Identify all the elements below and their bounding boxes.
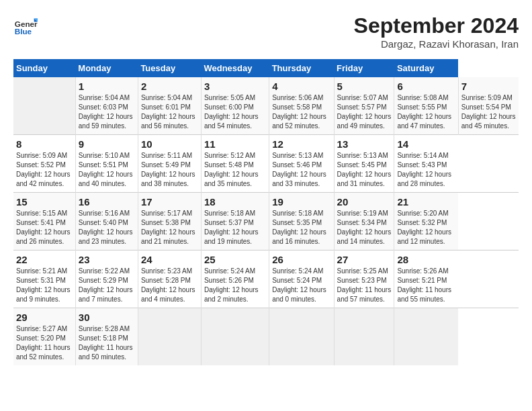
day-detail: Sunrise: 5:10 AM Sunset: 5:51 PM Dayligh…: [79, 151, 135, 189]
day-detail: Sunrise: 5:09 AM Sunset: 5:52 PM Dayligh…: [16, 151, 73, 189]
calendar-cell: 25Sunrise: 5:24 AM Sunset: 5:26 PM Dayli…: [201, 250, 269, 308]
calendar-week-4: 22Sunrise: 5:21 AM Sunset: 5:31 PM Dayli…: [13, 250, 519, 308]
calendar-cell: 1Sunrise: 5:04 AM Sunset: 6:03 PM Daylig…: [75, 77, 138, 135]
calendar-cell: 17Sunrise: 5:17 AM Sunset: 5:38 PM Dayli…: [138, 193, 201, 250]
calendar-cell: 14Sunrise: 5:14 AM Sunset: 5:43 PM Dayli…: [394, 135, 458, 193]
day-number: 21: [397, 196, 455, 208]
calendar-week-1: 1Sunrise: 5:04 AM Sunset: 6:03 PM Daylig…: [13, 77, 519, 135]
day-number: 14: [397, 138, 455, 150]
column-header-monday: Monday: [75, 59, 138, 77]
calendar-cell: [269, 308, 334, 366]
subtitle: Dargaz, Razavi Khorasan, Iran: [354, 38, 519, 50]
calendar-cell: 15Sunrise: 5:15 AM Sunset: 5:41 PM Dayli…: [13, 193, 75, 250]
calendar-cell: 5Sunrise: 5:07 AM Sunset: 5:57 PM Daylig…: [334, 77, 394, 135]
logo: General Blue: [13, 13, 38, 38]
day-detail: Sunrise: 5:09 AM Sunset: 5:54 PM Dayligh…: [461, 93, 516, 131]
day-detail: Sunrise: 5:25 AM Sunset: 5:23 PM Dayligh…: [337, 267, 392, 304]
calendar-week-2: 8Sunrise: 5:09 AM Sunset: 5:52 PM Daylig…: [13, 135, 519, 193]
day-detail: Sunrise: 5:14 AM Sunset: 5:43 PM Dayligh…: [397, 151, 455, 189]
day-detail: Sunrise: 5:24 AM Sunset: 5:24 PM Dayligh…: [272, 267, 330, 304]
calendar-header: SundayMondayTuesdayWednesdayThursdayFrid…: [13, 59, 519, 77]
day-number: 9: [79, 138, 135, 150]
day-number: 5: [337, 81, 392, 92]
day-detail: Sunrise: 5:08 AM Sunset: 5:55 PM Dayligh…: [397, 93, 455, 131]
calendar-cell: 4Sunrise: 5:06 AM Sunset: 5:58 PM Daylig…: [269, 77, 334, 135]
calendar-cell: 12Sunrise: 5:13 AM Sunset: 5:46 PM Dayli…: [269, 135, 334, 193]
day-detail: Sunrise: 5:18 AM Sunset: 5:35 PM Dayligh…: [272, 209, 330, 246]
day-number: 23: [79, 254, 135, 265]
column-header-tuesday: Tuesday: [138, 59, 201, 77]
day-number: 30: [79, 312, 135, 323]
day-number: 26: [272, 254, 330, 265]
day-detail: Sunrise: 5:11 AM Sunset: 5:49 PM Dayligh…: [141, 151, 198, 189]
day-detail: Sunrise: 5:28 AM Sunset: 5:18 PM Dayligh…: [79, 324, 135, 362]
day-number: 3: [204, 81, 266, 92]
calendar-week-5: 29Sunrise: 5:27 AM Sunset: 5:20 PM Dayli…: [13, 308, 519, 366]
month-title: September 2024: [354, 13, 519, 38]
day-number: 12: [272, 138, 330, 150]
calendar-cell: 10Sunrise: 5:11 AM Sunset: 5:49 PM Dayli…: [138, 135, 201, 193]
column-header-thursday: Thursday: [269, 59, 334, 77]
calendar-cell: 18Sunrise: 5:18 AM Sunset: 5:37 PM Dayli…: [201, 193, 269, 250]
calendar-cell: [138, 308, 201, 366]
svg-text:Blue: Blue: [15, 27, 32, 36]
column-header-sunday: Sunday: [13, 59, 75, 77]
day-number: 8: [16, 138, 73, 150]
day-detail: Sunrise: 5:24 AM Sunset: 5:26 PM Dayligh…: [204, 267, 266, 304]
calendar-cell: 26Sunrise: 5:24 AM Sunset: 5:24 PM Dayli…: [269, 250, 334, 308]
day-detail: Sunrise: 5:15 AM Sunset: 5:41 PM Dayligh…: [16, 209, 73, 246]
calendar-cell: [201, 308, 269, 366]
calendar-cell: 20Sunrise: 5:19 AM Sunset: 5:34 PM Dayli…: [334, 193, 394, 250]
day-number: 4: [272, 81, 330, 92]
day-number: 19: [272, 196, 330, 208]
calendar-cell: 16Sunrise: 5:16 AM Sunset: 5:40 PM Dayli…: [75, 193, 138, 250]
calendar-cell: 30Sunrise: 5:28 AM Sunset: 5:18 PM Dayli…: [75, 308, 138, 366]
day-number: 7: [461, 81, 516, 92]
day-detail: Sunrise: 5:22 AM Sunset: 5:29 PM Dayligh…: [79, 267, 135, 304]
day-detail: Sunrise: 5:17 AM Sunset: 5:38 PM Dayligh…: [141, 209, 198, 246]
day-detail: Sunrise: 5:23 AM Sunset: 5:28 PM Dayligh…: [141, 267, 198, 304]
calendar-cell: 8Sunrise: 5:09 AM Sunset: 5:52 PM Daylig…: [13, 135, 75, 193]
day-number: 28: [397, 254, 455, 265]
day-detail: Sunrise: 5:20 AM Sunset: 5:32 PM Dayligh…: [397, 209, 455, 246]
calendar-cell: 24Sunrise: 5:23 AM Sunset: 5:28 PM Dayli…: [138, 250, 201, 308]
day-detail: Sunrise: 5:16 AM Sunset: 5:40 PM Dayligh…: [79, 209, 135, 246]
day-number: 24: [141, 254, 198, 265]
calendar-week-3: 15Sunrise: 5:15 AM Sunset: 5:41 PM Dayli…: [13, 193, 519, 250]
day-number: 18: [204, 196, 266, 208]
calendar-cell: 27Sunrise: 5:25 AM Sunset: 5:23 PM Dayli…: [334, 250, 394, 308]
day-number: 2: [141, 81, 198, 92]
day-detail: Sunrise: 5:27 AM Sunset: 5:20 PM Dayligh…: [16, 324, 73, 362]
calendar-cell: 22Sunrise: 5:21 AM Sunset: 5:31 PM Dayli…: [13, 250, 75, 308]
column-header-saturday: Saturday: [394, 59, 458, 77]
day-detail: Sunrise: 5:06 AM Sunset: 5:58 PM Dayligh…: [272, 93, 330, 131]
calendar-table: SundayMondayTuesdayWednesdayThursdayFrid…: [13, 59, 519, 365]
day-detail: Sunrise: 5:12 AM Sunset: 5:48 PM Dayligh…: [204, 151, 266, 189]
day-detail: Sunrise: 5:04 AM Sunset: 6:03 PM Dayligh…: [79, 93, 135, 131]
day-number: 17: [141, 196, 198, 208]
calendar-cell: 3Sunrise: 5:05 AM Sunset: 6:00 PM Daylig…: [201, 77, 269, 135]
day-number: 25: [204, 254, 266, 265]
calendar-cell: 23Sunrise: 5:22 AM Sunset: 5:29 PM Dayli…: [75, 250, 138, 308]
calendar-cell: 13Sunrise: 5:13 AM Sunset: 5:45 PM Dayli…: [334, 135, 394, 193]
day-number: 20: [337, 196, 392, 208]
day-number: 15: [16, 196, 73, 208]
day-detail: Sunrise: 5:04 AM Sunset: 6:01 PM Dayligh…: [141, 93, 198, 131]
logo-icon: General Blue: [13, 13, 38, 38]
column-header-friday: Friday: [334, 59, 394, 77]
day-detail: Sunrise: 5:13 AM Sunset: 5:46 PM Dayligh…: [272, 151, 330, 189]
calendar-cell: [334, 308, 394, 366]
calendar-body: 1Sunrise: 5:04 AM Sunset: 6:03 PM Daylig…: [13, 77, 519, 365]
day-detail: Sunrise: 5:05 AM Sunset: 6:00 PM Dayligh…: [204, 93, 266, 131]
day-detail: Sunrise: 5:26 AM Sunset: 5:21 PM Dayligh…: [397, 267, 455, 304]
calendar-cell: 29Sunrise: 5:27 AM Sunset: 5:20 PM Dayli…: [13, 308, 75, 366]
day-detail: Sunrise: 5:13 AM Sunset: 5:45 PM Dayligh…: [337, 151, 392, 189]
calendar-cell: 28Sunrise: 5:26 AM Sunset: 5:21 PM Dayli…: [394, 250, 458, 308]
day-detail: Sunrise: 5:21 AM Sunset: 5:31 PM Dayligh…: [16, 267, 73, 304]
day-detail: Sunrise: 5:19 AM Sunset: 5:34 PM Dayligh…: [337, 209, 392, 246]
day-detail: Sunrise: 5:18 AM Sunset: 5:37 PM Dayligh…: [204, 209, 266, 246]
day-number: 13: [337, 138, 392, 150]
day-detail: Sunrise: 5:07 AM Sunset: 5:57 PM Dayligh…: [337, 93, 392, 131]
calendar-cell: 6Sunrise: 5:08 AM Sunset: 5:55 PM Daylig…: [394, 77, 458, 135]
day-number: 10: [141, 138, 198, 150]
